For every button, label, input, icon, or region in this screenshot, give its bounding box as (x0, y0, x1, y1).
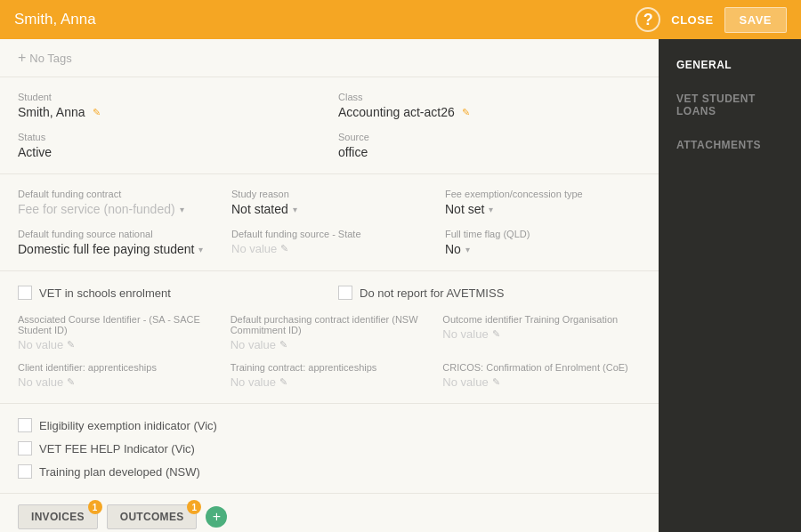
identifier-label-3: Client identifier: apprenticeships (18, 362, 216, 373)
eligibility-checkbox-label: Eligibility exemption inidicator (Vic) (39, 419, 217, 432)
identifier-field-4: Training contract: apprenticeships No va… (231, 362, 429, 389)
dropdown-arrow-icon: ▾ (180, 205, 184, 214)
student-external-link-icon[interactable]: ✎ (93, 107, 101, 118)
eligibility-checkbox[interactable]: Eligibility exemption inidicator (Vic) (18, 418, 641, 432)
vet-schools-checkbox-box (18, 286, 32, 300)
close-button[interactable]: CLOSE (671, 13, 713, 27)
class-field: Class Accounting act-act26 ✎ (338, 92, 641, 119)
class-label: Class (338, 92, 641, 102)
vet-fee-help-checkbox[interactable]: VET FEE HELP Indicator (Vic) (18, 441, 641, 455)
study-reason-field: Study reason Not stated ▾ (231, 189, 427, 216)
full-time-flag-arrow-icon: ▾ (465, 245, 470, 254)
funding-national-arrow-icon: ▾ (198, 245, 203, 254)
status-field: Status Active (18, 132, 320, 159)
full-time-flag-label: Full time flag (QLD) (445, 229, 641, 239)
funding-state-edit-icon[interactable]: ✎ (280, 243, 288, 254)
do-not-report-label: Do not report for AVETMISS (360, 286, 504, 300)
study-reason-dropdown[interactable]: Not stated ▾ (231, 202, 427, 216)
add-outcome-button[interactable]: + (206, 506, 227, 528)
identifier-label-0: Associated Course Identifier - (SA - SAC… (18, 314, 216, 335)
identifier-value-1: No value ✎ (231, 338, 429, 351)
eligibility-checkbox-box (18, 418, 32, 432)
sidebar-item-general[interactable]: GENERAL (659, 48, 801, 82)
sidebar: GENERAL VET STUDENT LOANS ATTACHMENTS (659, 39, 801, 532)
invoices-tab[interactable]: INVOICES 1 (18, 504, 98, 529)
identifier-edit-icon-0[interactable]: ✎ (67, 339, 75, 351)
main-layout: + No Tags Student Smith, Anna ✎ Class Ac… (0, 39, 801, 532)
content-area: + No Tags Student Smith, Anna ✎ Class Ac… (0, 39, 659, 532)
class-value: Accounting act-act26 ✎ (338, 105, 641, 119)
class-external-link-icon[interactable]: ✎ (462, 107, 470, 118)
fee-exemption-dropdown[interactable]: Not set ▾ (445, 202, 641, 216)
fee-exemption-label: Fee exemption/concession type (445, 189, 641, 199)
student-field: Student Smith, Anna ✎ (18, 92, 320, 119)
identifier-edit-icon-4[interactable]: ✎ (279, 376, 287, 388)
add-tag-button[interactable]: + No Tags (18, 50, 72, 66)
identifier-field-0: Associated Course Identifier - (SA - SAC… (18, 314, 216, 351)
full-time-flag-dropdown[interactable]: No ▾ (445, 242, 641, 256)
do-not-report-checkbox[interactable]: Do not report for AVETMISS (338, 286, 641, 300)
identifier-edit-icon-5[interactable]: ✎ (492, 376, 500, 388)
funding-national-field: Default funding source national Domestic… (18, 229, 214, 256)
funding-row-2: Default funding source national Domestic… (18, 229, 641, 256)
default-funding-dropdown[interactable]: Fee for service (non-funded) ▾ (18, 202, 214, 216)
save-button[interactable]: SAVE (724, 7, 787, 33)
training-plan-checkbox[interactable]: Training plan developed (NSW) (18, 464, 641, 479)
identifier-edit-icon-3[interactable]: ✎ (67, 376, 75, 388)
study-reason-label: Study reason (231, 189, 427, 199)
fee-exemption-arrow-icon: ▾ (489, 205, 493, 214)
identifier-field-2: Outcome identifier Training Organisation… (442, 314, 641, 351)
invoices-badge: 1 (88, 500, 102, 514)
default-funding-field: Default funding contract Fee for service… (18, 189, 214, 216)
source-field: Source office (338, 132, 641, 159)
funding-section: Default funding contract Fee for service… (0, 174, 659, 271)
status-value: Active (18, 145, 320, 159)
plus-icon: + (18, 50, 26, 66)
footer-tabs: INVOICES 1 OUTCOMES 1 + (0, 494, 659, 532)
enrolment-section: VET in schools enrolment Do not report f… (0, 271, 659, 404)
outcomes-badge: 1 (187, 500, 201, 514)
student-info-section: Student Smith, Anna ✎ Class Accounting a… (0, 77, 659, 174)
sidebar-item-vet-student-loans[interactable]: VET STUDENT LOANS (659, 82, 801, 128)
student-class-row: Student Smith, Anna ✎ Class Accounting a… (18, 92, 641, 119)
identifier-field-3: Client identifier: apprenticeships No va… (18, 362, 216, 389)
identifier-edit-icon-1[interactable]: ✎ (279, 339, 287, 351)
funding-row-1: Default funding contract Fee for service… (18, 189, 641, 216)
vet-schools-label: VET in schools enrolment (39, 286, 171, 300)
source-label: Source (338, 132, 641, 142)
default-funding-label: Default funding contract (18, 189, 214, 199)
indicator-checkboxes-section: Eligibility exemption inidicator (Vic) V… (0, 404, 659, 494)
identifier-value-0: No value ✎ (18, 338, 216, 351)
page-title: Smith, Anna (14, 11, 96, 28)
identifier-field-1: Default purchasing contract identifier (… (231, 314, 429, 351)
vet-schools-checkbox[interactable]: VET in schools enrolment (18, 286, 320, 300)
source-value: office (338, 145, 641, 159)
funding-state-value: No value ✎ (231, 242, 427, 255)
no-tags-label: No Tags (29, 52, 71, 65)
funding-national-label: Default funding source national (18, 229, 214, 239)
identifiers-grid-2: Client identifier: apprenticeships No va… (18, 362, 641, 389)
identifier-field-5: CRICOS: Confirmation of Enrolment (CoE) … (442, 362, 641, 389)
study-reason-arrow-icon: ▾ (293, 205, 297, 214)
funding-state-field: Default funding source - State No value … (231, 229, 427, 256)
identifier-value-2: No value ✎ (442, 327, 641, 341)
sidebar-item-attachments[interactable]: ATTACHMENTS (659, 128, 801, 162)
funding-national-dropdown[interactable]: Domestic full fee paying student ▾ (18, 242, 214, 256)
header-actions: ? CLOSE SAVE (635, 7, 787, 33)
identifier-label-1: Default purchasing contract identifier (… (231, 314, 429, 335)
training-plan-checkbox-label: Training plan developed (NSW) (39, 465, 200, 479)
identifier-label-5: CRICOS: Confirmation of Enrolment (CoE) (442, 362, 641, 373)
do-not-report-checkbox-box (338, 286, 352, 300)
outcomes-tab[interactable]: OUTCOMES 1 (107, 504, 198, 529)
student-label: Student (18, 92, 320, 102)
identifier-edit-icon-2[interactable]: ✎ (492, 328, 500, 340)
identifier-value-4: No value ✎ (231, 375, 429, 389)
identifier-value-5: No value ✎ (442, 375, 641, 389)
header: Smith, Anna ? CLOSE SAVE (0, 0, 801, 39)
identifiers-grid-1: Associated Course Identifier - (SA - SAC… (18, 314, 641, 351)
vet-fee-help-checkbox-box (18, 441, 32, 455)
fee-exemption-field: Fee exemption/concession type Not set ▾ (445, 189, 641, 216)
tags-bar: + No Tags (0, 39, 659, 77)
vet-fee-help-checkbox-label: VET FEE HELP Indicator (Vic) (39, 442, 195, 455)
help-button[interactable]: ? (635, 7, 660, 32)
